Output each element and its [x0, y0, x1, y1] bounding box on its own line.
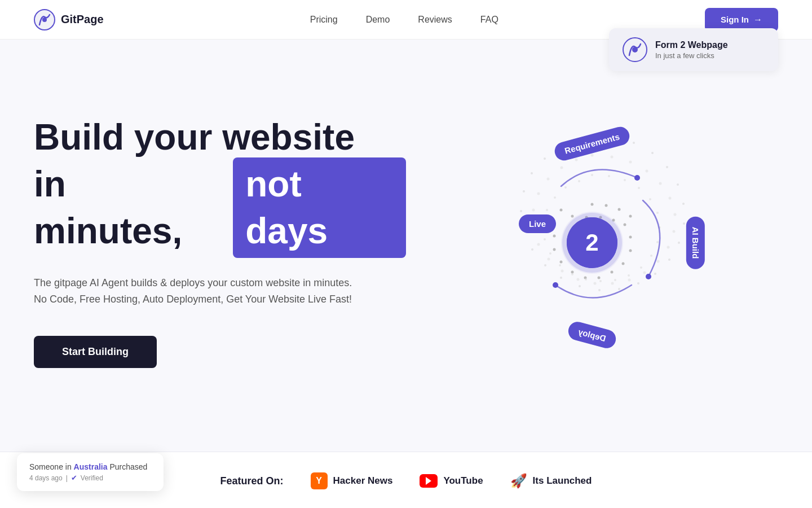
nav-item-demo[interactable]: Demo — [366, 15, 390, 25]
svg-point-21 — [622, 262, 625, 265]
svg-point-11 — [571, 215, 574, 218]
svg-point-62 — [577, 278, 580, 281]
tooltip-popup: Form 2 Webpage In just a few clicks — [609, 28, 778, 71]
svg-point-56 — [667, 246, 670, 249]
svg-point-33 — [650, 255, 652, 257]
svg-point-48 — [591, 154, 594, 157]
svg-point-61 — [594, 282, 597, 285]
svg-point-16 — [560, 261, 563, 264]
svg-point-47 — [578, 180, 580, 182]
svg-point-42 — [544, 238, 546, 240]
svg-point-80 — [678, 242, 680, 244]
svg-point-20 — [611, 271, 614, 274]
svg-point-52 — [659, 182, 662, 185]
svg-point-54 — [674, 213, 677, 216]
svg-point-79 — [683, 222, 685, 225]
diagram-container: /* Generated inline via loop below */ — [474, 124, 710, 361]
svg-point-12 — [560, 209, 563, 212]
svg-point-41 — [549, 252, 551, 255]
tooltip-title: Form 2 Webpage — [655, 40, 728, 50]
svg-point-98 — [646, 274, 651, 279]
diagram-center: 2 — [567, 217, 617, 268]
youtube-icon — [420, 474, 438, 488]
svg-point-88 — [544, 264, 546, 266]
svg-point-77 — [677, 183, 679, 186]
svg-point-50 — [629, 161, 632, 164]
svg-point-75 — [651, 152, 654, 154]
arrow-icon: → — [753, 15, 762, 25]
svg-point-97 — [634, 175, 640, 181]
svg-point-3 — [632, 47, 638, 52]
tooltip-logo-icon — [623, 37, 647, 62]
svg-point-40 — [559, 264, 561, 266]
svg-point-91 — [520, 210, 522, 212]
svg-point-27 — [624, 179, 626, 181]
svg-point-68 — [537, 192, 540, 195]
svg-point-93 — [531, 172, 533, 174]
svg-point-85 — [598, 289, 601, 291]
start-building-button[interactable]: Start Building — [34, 336, 157, 368]
logo[interactable]: GitPage — [34, 9, 104, 30]
svg-point-58 — [643, 271, 646, 274]
hero-diagram: /* Generated inline via loop below */ — [406, 102, 778, 384]
featured-item-hackernews[interactable]: Y Hacker News — [311, 472, 393, 489]
svg-point-19 — [598, 277, 601, 279]
toast-message: Someone in Australia Purchased — [29, 462, 151, 471]
logo-text: GitPage — [61, 13, 104, 26]
svg-point-5 — [605, 204, 608, 207]
svg-point-55 — [673, 230, 676, 233]
featured-label: Featured On: — [220, 475, 284, 487]
hackernews-icon: Y — [311, 472, 328, 489]
tooltip-subtitle: In just a few clicks — [655, 51, 728, 60]
nav-links: Pricing Demo Reviews FAQ — [310, 15, 498, 25]
svg-point-59 — [628, 279, 631, 282]
svg-point-17 — [571, 271, 574, 274]
svg-point-7 — [629, 215, 632, 218]
svg-point-83 — [637, 282, 639, 284]
svg-point-28 — [638, 187, 640, 189]
svg-point-84 — [618, 288, 620, 290]
hero-section: Build your website in minutes, not days … — [0, 40, 812, 435]
svg-point-4 — [591, 203, 594, 206]
svg-point-37 — [599, 280, 602, 282]
featured-item-itslaunched[interactable]: 🚀 Its Launched — [510, 473, 592, 489]
svg-point-24 — [624, 224, 626, 226]
svg-point-99 — [553, 282, 558, 288]
svg-point-51 — [646, 170, 648, 173]
svg-point-22 — [629, 249, 632, 252]
svg-point-81 — [668, 259, 670, 261]
nav-item-faq[interactable]: FAQ — [480, 15, 498, 25]
rocket-icon: 🚀 — [510, 473, 527, 489]
hero-title-line1: Build your website — [34, 117, 406, 157]
svg-point-44 — [546, 209, 548, 211]
svg-point-64 — [548, 258, 550, 261]
svg-point-82 — [654, 273, 656, 275]
svg-point-70 — [561, 167, 563, 169]
nav-item-pricing[interactable]: Pricing — [310, 15, 338, 25]
svg-point-65 — [537, 243, 540, 246]
toast-meta: 4 days ago | ✔ Verified — [29, 474, 151, 482]
diagram-label-ai-build: AI Build — [686, 217, 705, 269]
verified-icon: ✔ — [71, 474, 77, 482]
featured-item-youtube[interactable]: YouTube — [420, 474, 483, 488]
svg-point-29 — [649, 198, 651, 200]
svg-point-63 — [561, 270, 564, 273]
hero-title-line2: in minutes, not days — [34, 157, 406, 258]
svg-point-49 — [611, 156, 614, 159]
logo-icon — [34, 9, 55, 30]
svg-point-32 — [656, 241, 659, 243]
svg-point-26 — [608, 175, 610, 177]
svg-point-89 — [531, 248, 533, 251]
svg-point-39 — [571, 273, 573, 275]
svg-point-69 — [547, 178, 550, 181]
svg-point-23 — [629, 236, 632, 239]
svg-point-34 — [640, 266, 642, 269]
tooltip-text: Form 2 Webpage In just a few clicks — [655, 40, 728, 60]
hero-highlight: not days — [233, 157, 406, 258]
hero-content: Build your website in minutes, not days … — [34, 117, 406, 367]
svg-point-6 — [618, 208, 621, 211]
nav-item-reviews[interactable]: Reviews — [418, 15, 452, 25]
hero-description: The gitpage AI Agent builds & deploys yo… — [34, 275, 361, 308]
svg-point-25 — [591, 174, 593, 176]
svg-point-86 — [579, 285, 581, 287]
